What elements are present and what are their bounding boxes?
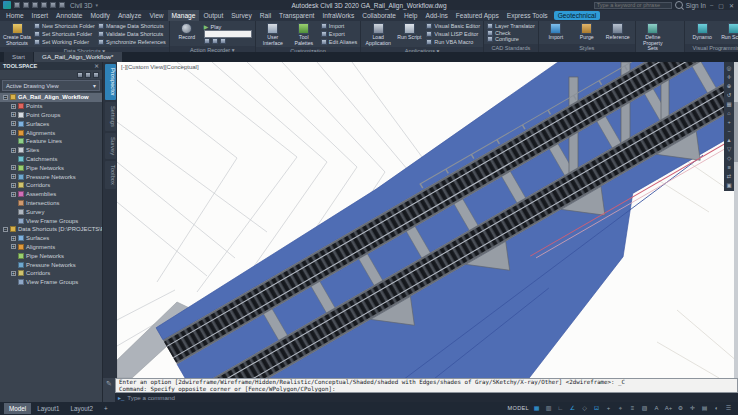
expand-toggle[interactable]: +: [11, 236, 16, 241]
ribbon-tab-collaborate[interactable]: Collaborate: [358, 10, 400, 21]
layers-icon[interactable]: ≡: [725, 163, 733, 171]
expand-toggle[interactable]: +: [11, 121, 16, 126]
object-track-icon[interactable]: +: [603, 404, 614, 413]
app-menu-icon[interactable]: [3, 1, 11, 9]
tree-item-sites[interactable]: +Sites: [0, 146, 102, 155]
item-view-icon[interactable]: [77, 72, 83, 78]
transparency-icon[interactable]: ▨: [639, 404, 650, 413]
tree-item-view-frame-groups[interactable]: View Frame Groups: [0, 216, 102, 225]
tree-item-catchments[interactable]: Catchments: [0, 155, 102, 164]
new-icon[interactable]: [14, 2, 20, 8]
ortho-icon[interactable]: ∟: [555, 404, 566, 413]
reference-styles-button[interactable]: Reference: [604, 22, 632, 43]
user-interface-button[interactable]: User Interface: [259, 22, 287, 46]
panel-title[interactable]: Visual Programming: [685, 44, 738, 52]
ribbon-tab-add-ins[interactable]: Add-ins: [421, 10, 451, 21]
minimize-icon[interactable]: –: [709, 2, 714, 8]
expand-toggle[interactable]: +: [11, 148, 16, 153]
tree-item-point-groups[interactable]: +Point Groups: [0, 111, 102, 120]
model-space-label[interactable]: MODEL: [507, 404, 530, 413]
maximize-icon[interactable]: ▢: [717, 2, 725, 9]
expand-toggle[interactable]: +: [11, 165, 16, 170]
set-working-folder-button[interactable]: Set Working Folder: [34, 39, 95, 45]
tree-item-alignments[interactable]: +Alignments: [0, 128, 102, 137]
tree-item-pipe-networks[interactable]: +Pipe Networks: [0, 163, 102, 172]
toolspace-tab-survey[interactable]: Survey: [105, 133, 116, 159]
panel-title[interactable]: CAD Standards: [484, 44, 538, 52]
steering-icon[interactable]: ▦: [725, 100, 733, 108]
tree-item-pressure-networks[interactable]: Pressure Networks: [0, 260, 102, 269]
visual-basic-editor-button[interactable]: Visual Basic Editor: [426, 23, 480, 29]
ribbon-tab-home[interactable]: Home: [2, 10, 28, 21]
command-customize-icon[interactable]: ✎: [103, 378, 115, 402]
import-styles-button[interactable]: Import: [542, 22, 570, 43]
layout-tab-[interactable]: +: [99, 403, 113, 414]
layout-tab-model[interactable]: Model: [4, 403, 31, 414]
define-property-sets-button[interactable]: Define Property Sets: [639, 22, 667, 52]
preference-icon[interactable]: [220, 38, 226, 44]
expand-toggle[interactable]: +: [11, 104, 16, 109]
viewport-controls-label[interactable]: [-][Custom View][Conceptual]: [121, 64, 199, 70]
toolspace-tab-prospector[interactable]: Prospector: [105, 64, 116, 100]
section-icon[interactable]: ◇: [725, 154, 733, 162]
import-customization-button[interactable]: Import: [321, 23, 357, 29]
expand-toggle[interactable]: −: [3, 227, 8, 232]
viewcube-home-icon[interactable]: ⌂: [725, 109, 733, 117]
synchronize-references-button[interactable]: Synchronize References: [98, 39, 166, 45]
zoom-in-icon[interactable]: +: [725, 118, 733, 126]
dynamo-button[interactable]: Dynamo: [688, 22, 716, 43]
save-icon[interactable]: [32, 2, 38, 8]
view-down-icon[interactable]: ▽: [725, 145, 733, 153]
tree-item-intersections[interactable]: Intersections: [0, 199, 102, 208]
toolspace-tab-toolbox[interactable]: Toolbox: [105, 161, 116, 189]
command-input[interactable]: ▸_ Type a command: [115, 393, 738, 402]
swap-icon[interactable]: ⇄: [725, 172, 733, 180]
undo-icon[interactable]: [50, 2, 56, 8]
tree-item-feature-lines[interactable]: Feature Lines: [0, 137, 102, 146]
action-macro-combobox[interactable]: [204, 30, 252, 38]
edit-aliases-button[interactable]: Edit Aliases: [321, 39, 357, 45]
new-shortcuts-folder-button[interactable]: New Shortcuts Folder: [34, 23, 95, 29]
tree-item-pressure-networks[interactable]: +Pressure Networks: [0, 172, 102, 181]
ribbon-tab-infraworks[interactable]: InfraWorks: [318, 10, 358, 21]
ribbon-tab-featured-apps[interactable]: Featured Apps: [452, 10, 503, 21]
layer-translator-button[interactable]: Layer Translator: [487, 23, 535, 29]
isolate-objects-icon[interactable]: ◐: [711, 404, 722, 413]
run-vba-macro-button[interactable]: Run VBA Macro: [426, 39, 480, 45]
open-icon[interactable]: [23, 2, 29, 8]
toolspace-close-icon[interactable]: ✕: [94, 62, 99, 70]
create-data-shortcuts-button[interactable]: Create Data Shortcuts: [3, 22, 31, 46]
viewport-scrollbar[interactable]: [734, 62, 738, 378]
load-application-button[interactable]: Load Application: [364, 22, 392, 46]
ribbon-tab-express-tools[interactable]: Express Tools: [503, 10, 552, 21]
dynamic-input-icon[interactable]: ⌖: [615, 404, 626, 413]
tree-item-corridors[interactable]: +Corridors: [0, 269, 102, 278]
ribbon-tab-transparent[interactable]: Transparent: [275, 10, 318, 21]
configure-standards-button[interactable]: Configure: [487, 36, 535, 42]
tree-item-ga-rail-align-workflow[interactable]: −GA_Rail_Align_Workflow: [0, 93, 102, 102]
fullnav-wheel-icon[interactable]: ◎: [725, 64, 733, 72]
ribbon-tab-modify[interactable]: Modify: [87, 10, 114, 21]
customize-icon[interactable]: ☰: [723, 404, 734, 413]
tree-item-corridors[interactable]: +Corridors: [0, 181, 102, 190]
tree-item-pipe-networks[interactable]: Pipe Networks: [0, 251, 102, 260]
isodraft-icon[interactable]: ◇: [579, 404, 590, 413]
drawing-viewport[interactable]: [-][Custom View][Conceptual]: [117, 62, 738, 378]
tree-item-data-shortcuts-d-projects-rail-work[interactable]: −Data Shortcuts [D:\PROJECTS\Rail Work..…: [0, 225, 102, 234]
ribbon-tab-rail[interactable]: Rail: [256, 10, 275, 21]
orbit-icon[interactable]: ↺: [725, 91, 733, 99]
pause-icon[interactable]: [212, 38, 218, 44]
zoom-extents-icon[interactable]: ⊕: [725, 82, 733, 90]
set-shortcuts-folder-button[interactable]: Set Shortcuts Folder: [34, 31, 95, 37]
menu-icon[interactable]: ▣: [725, 181, 733, 189]
quick-properties-icon[interactable]: ▤: [699, 404, 710, 413]
tree-item-points[interactable]: +Points: [0, 102, 102, 111]
manage-data-shortcuts-button[interactable]: Manage Data Shortcuts: [98, 23, 166, 29]
play-button[interactable]: ▶ Play: [204, 23, 252, 30]
ribbon-tab-manage[interactable]: Manage: [168, 10, 200, 21]
export-customization-button[interactable]: Export: [321, 31, 357, 37]
expand-toggle[interactable]: +: [11, 174, 16, 179]
ribbon-tab-annotate[interactable]: Annotate: [52, 10, 86, 21]
print-icon[interactable]: [41, 2, 47, 8]
tree-item-surfaces[interactable]: +Surfaces: [0, 119, 102, 128]
